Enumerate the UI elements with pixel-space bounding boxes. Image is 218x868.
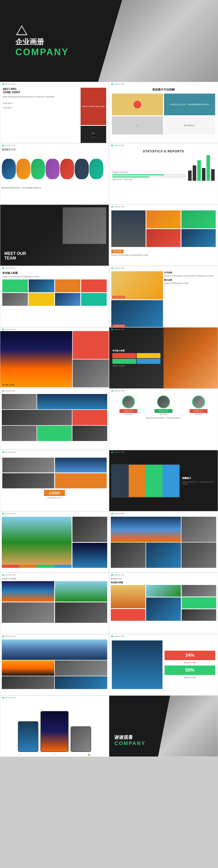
label-dot-12 (111, 390, 113, 392)
wave-img-2 (17, 159, 30, 179)
ct-3 (36, 565, 54, 568)
c3-4 (55, 602, 107, 623)
bridge-grid (2, 640, 107, 689)
color-tabs (2, 565, 72, 568)
c3-2 (55, 581, 107, 601)
pgrid-img-3 (182, 210, 216, 228)
cg-3 (55, 279, 81, 292)
icon-1: ⬡ (19, 753, 21, 756)
tablet-3 (71, 726, 91, 752)
wave-desc: 图片展示说明文字区域，可以在这里输入说明文字 (2, 187, 107, 189)
slide-label-17: Animate Note (2, 574, 15, 576)
label-dot-19 (2, 636, 4, 637)
photo-grid-1 (111, 210, 216, 247)
tablet-2 (40, 711, 69, 752)
slide-bridge: Animate Note (0, 634, 109, 695)
bar-fill-2 (112, 177, 149, 178)
hero-title-cn: 企业画册 (15, 37, 69, 47)
row-8: Animate Note Animate Note (0, 512, 218, 573)
bar-3 (197, 160, 201, 181)
cg-6 (29, 293, 54, 306)
row-5: Animate Note 单击输入标题 Animate Note 单击输入标题 (0, 327, 218, 389)
label-dot-17 (2, 574, 4, 576)
write-box: WRITE SOMETHING HERE (81, 88, 106, 125)
row-2: Animate Note 视觉图片方式 (0, 143, 218, 205)
bridge-main (2, 640, 107, 660)
pgrid-img-4 (146, 229, 181, 247)
label-dot-13 (2, 452, 4, 453)
slide-wave-photos: Animate Note 视觉图片方式 (0, 143, 109, 205)
profile-row: 单击输入文字 说明文字区域 单击输入文字 说明文字区域 单击输入文字 说明文字区… (112, 396, 215, 415)
m-6 (182, 597, 216, 609)
slide-label-12: Animate Note (111, 390, 124, 392)
cn-3 (146, 542, 181, 568)
row-4: Animate Note 单击输入标题 单击输入文字说明单击输入文字说明单击输入… (0, 266, 218, 327)
slide-label-18: Animate Note (111, 574, 124, 576)
pgrid-label-box: 图文混版 点击输入文字说明点击输入文字说明点击输入文字说明 (111, 249, 216, 256)
circle-red (134, 101, 141, 108)
slide-label-9: Animate Note (2, 329, 15, 330)
profile-avatar-2 (157, 396, 170, 408)
lorem-layout: LOREM IPSUM LOREM IPSUM 文字说明 点击输入文字说明点击输… (111, 271, 216, 327)
m-3 (146, 585, 181, 597)
slide-color-strips: Animate Note (0, 512, 109, 573)
thankyou-cn: 谢谢观看 (114, 734, 145, 740)
tablets-row (2, 701, 107, 752)
slide-city-photos: Animate Note 单击输入标题 (0, 327, 109, 389)
photo-method-grid: 双击图片进入占位符，将需要替换的图片拖入即可 ✓ 图片说明文字 (112, 94, 215, 134)
photo-method-content: 更改图片方法讲解 双击图片进入占位符，将需要替换的图片拖入即可 ✓ 图片说明文字 (112, 88, 215, 134)
photo-cell-3: ✓ (112, 116, 163, 134)
logo-img-2 (55, 458, 107, 473)
photo-method-title: 更改图片方法讲解 (112, 88, 215, 92)
wave-img-6 (75, 159, 89, 179)
strips-main (2, 517, 72, 568)
tablet-screen-2 (41, 712, 68, 751)
wave-img-3 (31, 159, 45, 179)
icon-2: ⬡ (53, 753, 55, 756)
slide-lorem: Animate Note LOREM IPSUM LOREM IPSUM 文字说… (109, 266, 218, 327)
pg-5 (2, 426, 36, 441)
label-dot-6 (111, 206, 113, 208)
slide-photo-grid-1: Animate Note 图文混版 点击输入文字说明点击输入文字说明点击输入文字… (109, 205, 218, 266)
logo-badge: LOGO (44, 490, 65, 496)
wave-img-bg-3 (31, 159, 45, 179)
wave-img-bg-6 (75, 159, 89, 179)
m-1 (111, 585, 145, 608)
lorem-imgs: LOREM IPSUM LOREM IPSUM (111, 271, 163, 327)
slide-label-10: Animate Note (111, 329, 124, 330)
slide-label-7: Animate Note (2, 267, 15, 269)
wave-img-4 (46, 159, 60, 179)
meet-mrs-title: MEET MRS. (3, 88, 79, 91)
label-dot-18 (111, 574, 113, 576)
hero-slide: 企业画册 COMPANY (0, 0, 218, 82)
pgrid-img-2 (146, 210, 181, 228)
pg-2 (37, 394, 107, 409)
fsq-4 (137, 359, 160, 364)
slide-profile-cards: Animate Note 单击输入文字 说明文字区域 单击输入文字 说明文字区域… (109, 389, 218, 450)
profile-label-2: 单击输入文字 (155, 409, 172, 413)
meet-mrs-icon-row: ● Info item 1 ● Info item 2 (3, 100, 79, 110)
pg-green (37, 426, 72, 441)
city-gray (73, 360, 109, 388)
slide-percentage: Animate Note 34% 单击输入文字说明 59% 单击输入文字说明 (109, 634, 218, 695)
pg-1 (2, 394, 36, 409)
slide-label-11: Animate Note (2, 390, 15, 392)
pct-34: 34% (165, 651, 215, 660)
profile-3: 单击输入文字 说明文字区域 (188, 396, 209, 415)
slide-label-4: Animate Note (111, 145, 124, 146)
slide-label-15: Animate Note (2, 513, 15, 515)
logo-img-3 (2, 473, 54, 488)
meet-mrs-layout: MEET MRS. JANE ASHY Write something here… (3, 88, 106, 143)
single-input-title: 单击输入标题 (2, 271, 107, 275)
stats-text: Progress or Survey 说明文字区域，可以输入说明 (112, 171, 186, 181)
slide-label-13: Animate Note (2, 451, 15, 453)
label-dot-10 (111, 329, 113, 330)
phone-img: 📱 (81, 126, 106, 143)
lorem-text-body: 点击输入文字说明点击输入文字说明点击输入文字说明点击输入文字说明 (164, 275, 216, 277)
row-1: Animate Note MEET MRS. JANE ASHY Write s… (0, 82, 218, 143)
laptop-screen-content (112, 465, 180, 497)
stat-row-1: Progress or Survey (112, 171, 186, 173)
meet-mrs-desc: Write something here about this person. … (3, 96, 79, 98)
bridge-3 (55, 660, 107, 676)
slide-label-6: Animate Note (111, 206, 124, 208)
